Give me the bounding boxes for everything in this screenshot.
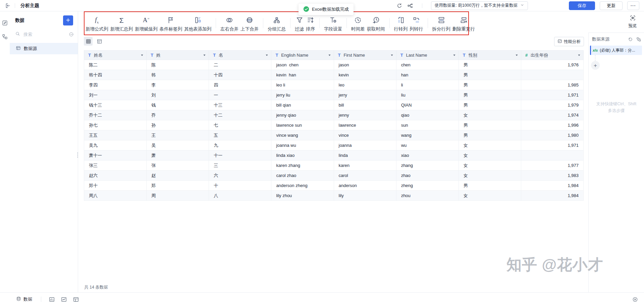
data-volume-dropdown[interactable]: 使用数据量: 前1000万行，暂不支持全量数据 xyxy=(431,1,528,10)
table-cell[interactable]: 张 xyxy=(147,161,209,171)
table-cell[interactable]: 十四 xyxy=(209,70,271,80)
edit-panel-icon[interactable] xyxy=(2,20,8,26)
table-cell[interactable]: 周 xyxy=(147,191,209,201)
refresh-source-icon[interactable] xyxy=(628,37,633,42)
table-cell[interactable]: 男 xyxy=(459,90,521,100)
table-cell[interactable]: jerry liu xyxy=(271,90,334,100)
table-cell[interactable]: wu xyxy=(396,140,459,150)
search-input[interactable] xyxy=(23,32,66,37)
column-header-7[interactable]: T性别 xyxy=(459,51,521,60)
table-cell[interactable]: 陈 xyxy=(147,60,209,70)
table-cell[interactable]: sun xyxy=(396,120,459,130)
toolbar-button-filter[interactable]: 过滤 xyxy=(295,15,304,32)
table-cell[interactable]: 王五 xyxy=(84,130,147,140)
table-cell[interactable]: 陈二 xyxy=(84,60,147,70)
table-cell[interactable]: joanna xyxy=(334,140,396,150)
steps-icon[interactable] xyxy=(2,34,8,40)
table-cell[interactable]: 男 xyxy=(459,120,521,130)
table-cell[interactable]: 刘一 xyxy=(84,90,147,100)
table-cell[interactable]: 十二 xyxy=(209,110,271,120)
toolbar-button-add-summary-column[interactable]: Σ新增汇总列 xyxy=(110,15,133,32)
table-cell[interactable]: 赵 xyxy=(147,171,209,181)
table-cell[interactable]: 1,980 xyxy=(521,130,583,140)
table-cell[interactable]: 十一 xyxy=(209,150,271,161)
table-cell[interactable]: 六 xyxy=(209,171,271,181)
table-cell[interactable]: wang xyxy=(396,130,459,140)
toolbar-button-get-time[interactable]: 获取时间 xyxy=(367,15,385,32)
table-cell[interactable]: liu xyxy=(396,90,459,100)
table-cell[interactable]: lily xyxy=(334,191,396,201)
panel-resize-handle[interactable] xyxy=(76,150,79,159)
relation-icon[interactable] xyxy=(636,37,641,42)
column-menu-caret[interactable] xyxy=(515,54,518,57)
table-cell[interactable]: leo xyxy=(334,80,396,90)
toolbar-button-column-to-row[interactable]: 列转行 xyxy=(410,15,423,32)
table-cell[interactable]: 王 xyxy=(147,130,209,140)
table-cell[interactable]: zhou xyxy=(396,191,459,201)
table-cell[interactable]: 五 xyxy=(209,130,271,140)
table-cell[interactable]: 吴九 xyxy=(84,140,147,150)
table-cell[interactable]: jenny xyxy=(334,110,396,120)
table-cell[interactable]: karen zhang xyxy=(271,161,334,171)
table-cell[interactable]: 韩 xyxy=(147,70,209,80)
table-cell[interactable]: anderson zheng xyxy=(271,181,334,191)
preview-button[interactable]: 预览 xyxy=(623,15,642,29)
toolbar-button-split-row-column[interactable]: 拆分行列 xyxy=(432,15,450,32)
table-cell[interactable]: 韩十四 xyxy=(84,70,147,80)
table-cell[interactable]: bill xyxy=(334,100,396,110)
table-cell[interactable]: vince xyxy=(334,130,396,140)
table-cell[interactable]: 钱 xyxy=(147,100,209,110)
panel-view-button[interactable] xyxy=(95,37,104,46)
table-cell[interactable]: jerry xyxy=(334,90,396,100)
table-cell[interactable]: 萧 xyxy=(147,150,209,161)
table-cell[interactable]: 女 xyxy=(459,110,521,120)
table-cell[interactable]: bill qian xyxy=(271,100,334,110)
table-cell[interactable]: 1,976 xyxy=(521,60,583,70)
performance-analysis-button[interactable]: 性能分析 xyxy=(554,37,584,46)
table-cell[interactable]: lawrence xyxy=(334,120,396,130)
exit-icon[interactable] xyxy=(5,3,11,9)
table-cell[interactable]: 孙七 xyxy=(84,120,147,130)
table-cell[interactable]: 一 xyxy=(209,90,271,100)
table-cell[interactable]: 八 xyxy=(209,191,271,201)
table-cell[interactable]: 萧十一 xyxy=(84,150,147,161)
table-cell[interactable]: 1,985 xyxy=(521,80,583,90)
column-menu-caret[interactable] xyxy=(390,54,393,57)
table-cell[interactable]: 钱十三 xyxy=(84,100,147,110)
table-cell[interactable]: 四 xyxy=(209,80,271,90)
sidebar-item-datasource[interactable]: 数据源 xyxy=(10,43,78,54)
grid-view-button[interactable] xyxy=(84,37,93,46)
table-cell[interactable]: 七 xyxy=(209,120,271,130)
chart-frame-icon[interactable] xyxy=(49,296,55,303)
table-cell[interactable]: 女 xyxy=(459,171,521,181)
table-cell[interactable]: 郑十 xyxy=(84,181,147,191)
table-cell[interactable]: kevin han xyxy=(271,70,334,80)
column-menu-caret[interactable] xyxy=(141,54,144,57)
add-step-button[interactable]: + xyxy=(591,61,600,70)
column-header-6[interactable]: TLast Name xyxy=(396,51,459,60)
table-cell[interactable]: vince wang xyxy=(271,130,334,140)
table-cell[interactable]: 女 xyxy=(459,150,521,161)
table-cell[interactable]: 乔 xyxy=(147,110,209,120)
table-cell[interactable]: 女 xyxy=(459,140,521,150)
table-cell[interactable]: 李 xyxy=(147,80,209,90)
refresh-icon[interactable] xyxy=(396,3,402,9)
table-cell[interactable]: chen xyxy=(396,60,459,70)
table-cell[interactable]: 女 xyxy=(459,191,521,201)
toolbar-button-row-to-column[interactable]: 行转列 xyxy=(394,15,408,32)
circle-more-icon[interactable] xyxy=(69,32,74,37)
table-cell[interactable]: 1,971 xyxy=(521,90,583,100)
table-cell[interactable]: linda xiao xyxy=(271,150,334,161)
column-header-8[interactable]: #出生年份 xyxy=(521,51,583,60)
layout-frame-icon[interactable] xyxy=(73,296,79,303)
toolbar-button-sort[interactable]: 排序 xyxy=(306,15,315,32)
table-cell[interactable]: 1,984 xyxy=(521,181,583,191)
column-menu-caret[interactable] xyxy=(265,54,268,57)
column-header-3[interactable]: T名 xyxy=(209,51,271,60)
column-header-5[interactable]: TFirst Name xyxy=(334,51,396,60)
table-cell[interactable]: 赵六 xyxy=(84,171,147,181)
table-cell[interactable]: linda xyxy=(334,150,396,161)
table-cell[interactable]: 九 xyxy=(209,140,271,150)
table-cell[interactable]: zheng xyxy=(396,181,459,191)
column-menu-caret[interactable] xyxy=(328,54,331,57)
